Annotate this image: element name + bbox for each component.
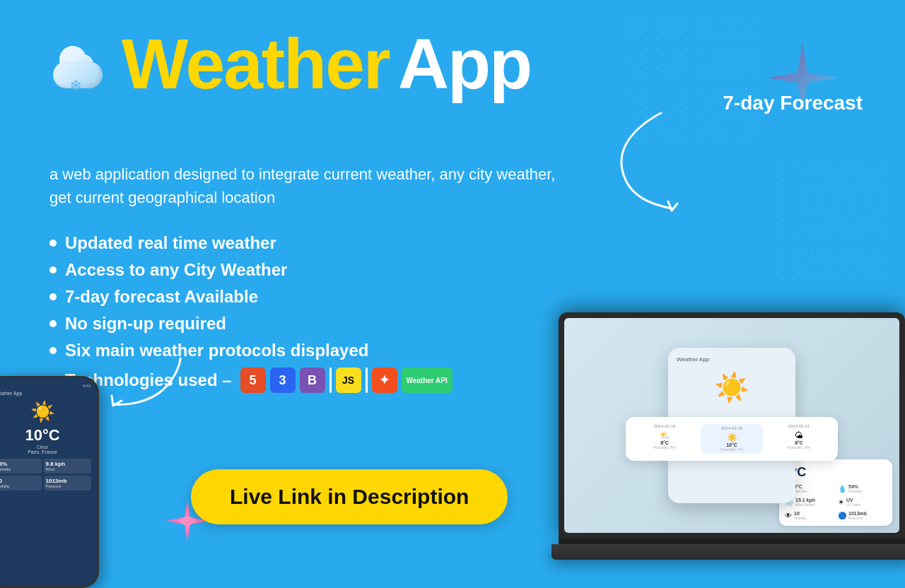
forecast-label: 7-day Forecast bbox=[723, 92, 863, 114]
phone-condition: Clear bbox=[0, 445, 91, 449]
badge-separator-2 bbox=[366, 368, 368, 393]
phone-detail-humidity: 78% Humidity bbox=[0, 459, 42, 474]
fd-date-3: 2024-02-21 bbox=[770, 424, 828, 428]
phone-temperature: 10°C bbox=[0, 426, 91, 445]
bullet-2 bbox=[49, 266, 57, 274]
laptop-mockup: Weather App ☀️ 2024-02-19 ⛅ 8°C Humidity… bbox=[559, 312, 905, 588]
forecast-day-3: 2024-02-21 🌤 8°C Humidity: 8% bbox=[770, 424, 828, 454]
laptop-app-ui: Weather App ☀️ 2024-02-19 ⛅ 8°C Humidity… bbox=[564, 318, 899, 533]
curly-arrow-phone bbox=[99, 348, 191, 418]
phone-detail-wind: 9.8 kph Wind bbox=[44, 459, 92, 474]
detail-uv: ☀ UV UV Index bbox=[838, 498, 887, 507]
feature-1: Updated real time weather bbox=[49, 233, 452, 253]
curly-arrow-right bbox=[601, 106, 686, 219]
phone-detail-pressure: 1013mb Pressure bbox=[44, 476, 92, 490]
bullet-4 bbox=[49, 320, 57, 327]
phone-status-bar: 9:41 bbox=[0, 384, 91, 388]
forecast-day-1: 2024-02-19 ⛅ 8°C Humidity: 8% bbox=[636, 424, 694, 454]
detail-visibility: 👁 10 Visibility bbox=[785, 511, 834, 520]
detail-grid: 🌡 5°C Feel like 💧 54% Humidit bbox=[785, 484, 887, 520]
phone-details: 78% Humidity 9.8 kph Wind 10 Visibility … bbox=[0, 459, 91, 490]
forecast-day-2: 2024-02-20 ☀️ 10°C Humidity: 7% bbox=[701, 424, 763, 454]
pressure-icon: 🔵 bbox=[838, 512, 846, 519]
forecast-days: 2024-02-19 ⛅ 8°C Humidity: 8% 2024-02-20… bbox=[636, 424, 828, 454]
laptop-app-name: Weather App bbox=[677, 356, 709, 363]
laptop-screen-inner: Weather App ☀️ 2024-02-19 ⛅ 8°C Humidity… bbox=[564, 318, 899, 533]
js-badge: JS bbox=[336, 368, 361, 393]
fd-icon-1: ⛅ bbox=[636, 430, 694, 440]
bullet-5 bbox=[49, 347, 57, 354]
feature-4: No sign-up required bbox=[49, 314, 452, 334]
background: 7-day Forecast ❄ Weather App a web appli… bbox=[0, 0, 905, 588]
app-icon: ❄ bbox=[49, 32, 113, 95]
description-text: a web application designed to integrate … bbox=[49, 163, 559, 209]
detail-temp: 8°C bbox=[785, 465, 887, 480]
fd-hum-3: Humidity: 8% bbox=[770, 445, 828, 449]
phone-mockup: 9:41 Weather App ☀️ 10°C Clear Paris, Fr… bbox=[0, 376, 99, 588]
feature-2: Access to any City Weather bbox=[49, 260, 452, 280]
feature-3: 7-day forecast Available bbox=[49, 287, 452, 307]
phone-detail-visibility: 10 Visibility bbox=[0, 476, 42, 490]
fd-hum-2: Humidity: 7% bbox=[703, 447, 761, 452]
fd-date-1: 2024-02-19 bbox=[636, 424, 694, 428]
app-title: Weather App bbox=[122, 28, 531, 99]
forecast-strip: 2024-02-19 ⛅ 8°C Humidity: 8% 2024-02-20… bbox=[626, 417, 838, 461]
fd-temp-1: 8°C bbox=[636, 440, 694, 445]
badge-separator-1 bbox=[329, 368, 332, 393]
tech-badges: 5 3 B JS ✦ Weather API bbox=[240, 368, 452, 393]
weatherapi-badge: Weather API bbox=[402, 368, 452, 393]
phone-screen: 9:41 Weather App ☀️ 10°C Clear Paris, Fr… bbox=[0, 378, 97, 586]
visibility-icon: 👁 bbox=[785, 512, 792, 519]
laptop-weather-card: Weather App ☀️ 2024-02-19 ⛅ 8°C Humidity… bbox=[668, 348, 795, 503]
fd-icon-2: ☀️ bbox=[703, 433, 761, 442]
laptop-details-panel: 8°C 🌡 5°C Feel like 💧 bbox=[779, 459, 892, 526]
dot-grid-mid bbox=[778, 155, 891, 283]
fd-date-2: 2024-02-20 bbox=[703, 426, 761, 430]
title-weather: Weather bbox=[122, 28, 390, 99]
uv-icon: ☀ bbox=[838, 498, 844, 506]
phone-sun-icon: ☀️ bbox=[0, 400, 91, 423]
laptop-base bbox=[551, 544, 905, 560]
fd-temp-3: 8°C bbox=[770, 440, 828, 445]
cta-button[interactable]: Live Link in Description bbox=[191, 469, 508, 524]
fd-icon-3: 🌤 bbox=[770, 430, 828, 440]
html5-badge: 5 bbox=[240, 368, 266, 393]
fd-hum-1: Humidity: 8% bbox=[636, 445, 694, 449]
laptop-screen-outer: Weather App ☀️ 2024-02-19 ⛅ 8°C Humidity… bbox=[559, 312, 905, 539]
bootstrap-badge: B bbox=[300, 368, 325, 393]
header: ❄ Weather App bbox=[49, 28, 531, 99]
bullet-1 bbox=[49, 240, 57, 247]
phone-app-name: Weather App bbox=[0, 391, 91, 396]
title-app: App bbox=[398, 28, 531, 99]
figma-badge: ✦ bbox=[372, 368, 397, 393]
laptop-hinge bbox=[559, 539, 905, 544]
laptop-sun-icon: ☀️ bbox=[714, 371, 749, 404]
phone-city: Paris, France bbox=[0, 449, 91, 454]
fd-temp-2: 10°C bbox=[703, 442, 761, 447]
detail-pressure: 🔵 1013mb Pressure bbox=[838, 511, 887, 520]
detail-humidity: 💧 54% Humidity bbox=[838, 484, 887, 493]
css3-badge: 3 bbox=[270, 368, 296, 393]
bullet-3 bbox=[49, 293, 57, 300]
humidity-icon: 💧 bbox=[838, 485, 846, 493]
